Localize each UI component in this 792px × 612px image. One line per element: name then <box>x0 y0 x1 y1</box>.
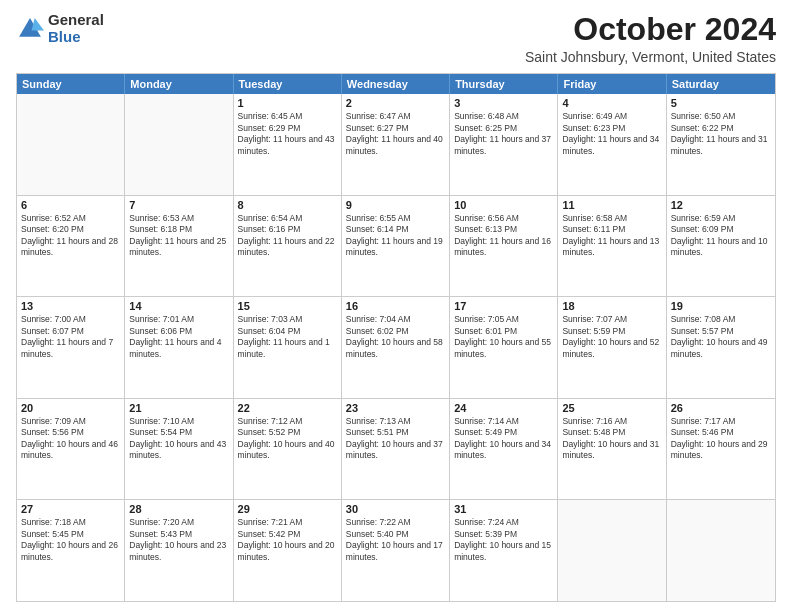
header-day-monday: Monday <box>125 74 233 94</box>
calendar-cell: 25Sunrise: 7:16 AM Sunset: 5:48 PM Dayli… <box>558 399 666 500</box>
day-content: Sunrise: 6:58 AM Sunset: 6:11 PM Dayligh… <box>562 213 661 259</box>
day-content: Sunrise: 7:12 AM Sunset: 5:52 PM Dayligh… <box>238 416 337 462</box>
day-content: Sunrise: 6:53 AM Sunset: 6:18 PM Dayligh… <box>129 213 228 259</box>
day-content: Sunrise: 7:18 AM Sunset: 5:45 PM Dayligh… <box>21 517 120 563</box>
month-title: October 2024 <box>525 12 776 47</box>
day-content: Sunrise: 7:01 AM Sunset: 6:06 PM Dayligh… <box>129 314 228 360</box>
calendar-cell: 21Sunrise: 7:10 AM Sunset: 5:54 PM Dayli… <box>125 399 233 500</box>
calendar-cell: 5Sunrise: 6:50 AM Sunset: 6:22 PM Daylig… <box>667 94 775 195</box>
calendar: SundayMondayTuesdayWednesdayThursdayFrid… <box>16 73 776 602</box>
day-number: 22 <box>238 402 337 414</box>
calendar-cell: 31Sunrise: 7:24 AM Sunset: 5:39 PM Dayli… <box>450 500 558 601</box>
day-content: Sunrise: 6:55 AM Sunset: 6:14 PM Dayligh… <box>346 213 445 259</box>
day-content: Sunrise: 7:08 AM Sunset: 5:57 PM Dayligh… <box>671 314 771 360</box>
calendar-cell: 17Sunrise: 7:05 AM Sunset: 6:01 PM Dayli… <box>450 297 558 398</box>
logo-blue: Blue <box>48 29 104 46</box>
day-number: 2 <box>346 97 445 109</box>
calendar-cell <box>125 94 233 195</box>
day-number: 10 <box>454 199 553 211</box>
calendar-row-1: 1Sunrise: 6:45 AM Sunset: 6:29 PM Daylig… <box>17 94 775 195</box>
calendar-cell: 15Sunrise: 7:03 AM Sunset: 6:04 PM Dayli… <box>234 297 342 398</box>
day-content: Sunrise: 7:10 AM Sunset: 5:54 PM Dayligh… <box>129 416 228 462</box>
calendar-cell: 6Sunrise: 6:52 AM Sunset: 6:20 PM Daylig… <box>17 196 125 297</box>
day-content: Sunrise: 6:54 AM Sunset: 6:16 PM Dayligh… <box>238 213 337 259</box>
header: General Blue October 2024 Saint Johnsbur… <box>16 12 776 65</box>
day-number: 11 <box>562 199 661 211</box>
page: General Blue October 2024 Saint Johnsbur… <box>0 0 792 612</box>
calendar-cell: 30Sunrise: 7:22 AM Sunset: 5:40 PM Dayli… <box>342 500 450 601</box>
header-day-thursday: Thursday <box>450 74 558 94</box>
day-content: Sunrise: 7:17 AM Sunset: 5:46 PM Dayligh… <box>671 416 771 462</box>
calendar-row-4: 20Sunrise: 7:09 AM Sunset: 5:56 PM Dayli… <box>17 398 775 500</box>
day-content: Sunrise: 6:48 AM Sunset: 6:25 PM Dayligh… <box>454 111 553 157</box>
day-number: 29 <box>238 503 337 515</box>
calendar-row-5: 27Sunrise: 7:18 AM Sunset: 5:45 PM Dayli… <box>17 499 775 601</box>
header-day-saturday: Saturday <box>667 74 775 94</box>
logo-icon <box>16 15 44 43</box>
day-content: Sunrise: 7:16 AM Sunset: 5:48 PM Dayligh… <box>562 416 661 462</box>
calendar-cell: 22Sunrise: 7:12 AM Sunset: 5:52 PM Dayli… <box>234 399 342 500</box>
header-day-friday: Friday <box>558 74 666 94</box>
day-number: 17 <box>454 300 553 312</box>
day-content: Sunrise: 7:13 AM Sunset: 5:51 PM Dayligh… <box>346 416 445 462</box>
calendar-cell: 13Sunrise: 7:00 AM Sunset: 6:07 PM Dayli… <box>17 297 125 398</box>
day-number: 13 <box>21 300 120 312</box>
day-content: Sunrise: 7:21 AM Sunset: 5:42 PM Dayligh… <box>238 517 337 563</box>
title-block: October 2024 Saint Johnsbury, Vermont, U… <box>525 12 776 65</box>
day-number: 28 <box>129 503 228 515</box>
calendar-cell: 27Sunrise: 7:18 AM Sunset: 5:45 PM Dayli… <box>17 500 125 601</box>
calendar-cell: 8Sunrise: 6:54 AM Sunset: 6:16 PM Daylig… <box>234 196 342 297</box>
calendar-cell <box>667 500 775 601</box>
calendar-cell: 28Sunrise: 7:20 AM Sunset: 5:43 PM Dayli… <box>125 500 233 601</box>
day-content: Sunrise: 7:09 AM Sunset: 5:56 PM Dayligh… <box>21 416 120 462</box>
day-number: 9 <box>346 199 445 211</box>
calendar-cell: 3Sunrise: 6:48 AM Sunset: 6:25 PM Daylig… <box>450 94 558 195</box>
day-content: Sunrise: 6:59 AM Sunset: 6:09 PM Dayligh… <box>671 213 771 259</box>
day-content: Sunrise: 6:52 AM Sunset: 6:20 PM Dayligh… <box>21 213 120 259</box>
calendar-cell: 24Sunrise: 7:14 AM Sunset: 5:49 PM Dayli… <box>450 399 558 500</box>
calendar-cell: 29Sunrise: 7:21 AM Sunset: 5:42 PM Dayli… <box>234 500 342 601</box>
day-number: 4 <box>562 97 661 109</box>
day-content: Sunrise: 7:03 AM Sunset: 6:04 PM Dayligh… <box>238 314 337 360</box>
calendar-cell: 18Sunrise: 7:07 AM Sunset: 5:59 PM Dayli… <box>558 297 666 398</box>
calendar-cell <box>17 94 125 195</box>
calendar-cell: 16Sunrise: 7:04 AM Sunset: 6:02 PM Dayli… <box>342 297 450 398</box>
day-content: Sunrise: 6:45 AM Sunset: 6:29 PM Dayligh… <box>238 111 337 157</box>
day-number: 20 <box>21 402 120 414</box>
day-content: Sunrise: 7:05 AM Sunset: 6:01 PM Dayligh… <box>454 314 553 360</box>
day-number: 26 <box>671 402 771 414</box>
calendar-body: 1Sunrise: 6:45 AM Sunset: 6:29 PM Daylig… <box>17 94 775 601</box>
calendar-cell: 20Sunrise: 7:09 AM Sunset: 5:56 PM Dayli… <box>17 399 125 500</box>
day-number: 31 <box>454 503 553 515</box>
calendar-row-3: 13Sunrise: 7:00 AM Sunset: 6:07 PM Dayli… <box>17 296 775 398</box>
day-content: Sunrise: 7:00 AM Sunset: 6:07 PM Dayligh… <box>21 314 120 360</box>
day-number: 24 <box>454 402 553 414</box>
header-day-sunday: Sunday <box>17 74 125 94</box>
day-content: Sunrise: 6:47 AM Sunset: 6:27 PM Dayligh… <box>346 111 445 157</box>
day-number: 8 <box>238 199 337 211</box>
day-number: 5 <box>671 97 771 109</box>
calendar-row-2: 6Sunrise: 6:52 AM Sunset: 6:20 PM Daylig… <box>17 195 775 297</box>
header-day-wednesday: Wednesday <box>342 74 450 94</box>
calendar-cell: 2Sunrise: 6:47 AM Sunset: 6:27 PM Daylig… <box>342 94 450 195</box>
calendar-cell: 23Sunrise: 7:13 AM Sunset: 5:51 PM Dayli… <box>342 399 450 500</box>
day-number: 16 <box>346 300 445 312</box>
day-content: Sunrise: 6:56 AM Sunset: 6:13 PM Dayligh… <box>454 213 553 259</box>
day-number: 3 <box>454 97 553 109</box>
day-number: 21 <box>129 402 228 414</box>
day-number: 30 <box>346 503 445 515</box>
day-number: 27 <box>21 503 120 515</box>
day-number: 19 <box>671 300 771 312</box>
day-content: Sunrise: 7:20 AM Sunset: 5:43 PM Dayligh… <box>129 517 228 563</box>
day-number: 25 <box>562 402 661 414</box>
calendar-cell: 11Sunrise: 6:58 AM Sunset: 6:11 PM Dayli… <box>558 196 666 297</box>
logo-text: General Blue <box>48 12 104 45</box>
day-content: Sunrise: 7:14 AM Sunset: 5:49 PM Dayligh… <box>454 416 553 462</box>
calendar-cell: 26Sunrise: 7:17 AM Sunset: 5:46 PM Dayli… <box>667 399 775 500</box>
calendar-cell <box>558 500 666 601</box>
logo-general: General <box>48 12 104 29</box>
calendar-header: SundayMondayTuesdayWednesdayThursdayFrid… <box>17 74 775 94</box>
calendar-cell: 1Sunrise: 6:45 AM Sunset: 6:29 PM Daylig… <box>234 94 342 195</box>
day-content: Sunrise: 7:24 AM Sunset: 5:39 PM Dayligh… <box>454 517 553 563</box>
day-number: 18 <box>562 300 661 312</box>
